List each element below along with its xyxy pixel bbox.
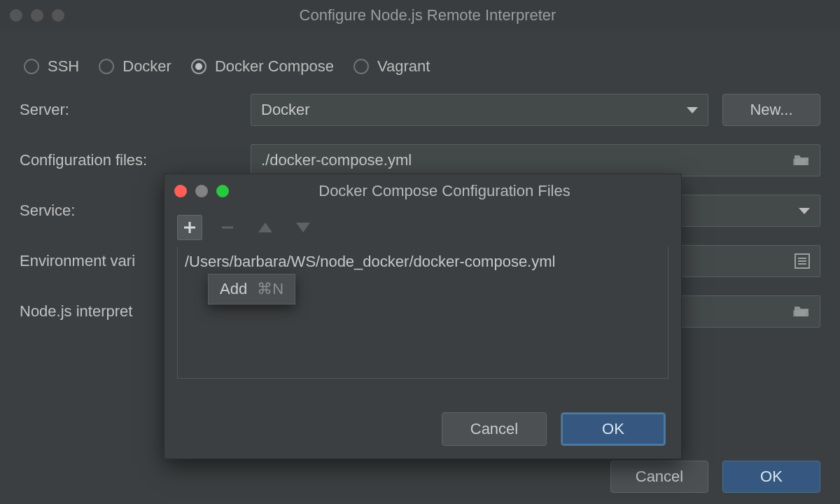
modal-ok-button[interactable]: OK — [561, 412, 666, 446]
list-item[interactable]: /Users/barbara/WS/node_docker/docker-com… — [185, 253, 661, 271]
radio-icon — [354, 59, 369, 74]
move-down-button[interactable] — [290, 215, 316, 240]
move-up-button[interactable] — [253, 215, 278, 240]
new-button-label: New... — [750, 101, 792, 119]
row-config-files: Configuration files: ./docker-compose.ym… — [20, 144, 820, 176]
add-button[interactable] — [177, 215, 202, 240]
chevron-down-icon — [799, 208, 810, 214]
interpreter-type-radios: SSH Docker Docker Compose Vagrant — [24, 57, 820, 76]
server-dropdown[interactable]: Docker — [251, 94, 708, 126]
radio-icon — [24, 59, 39, 74]
modal-cancel-button[interactable]: Cancel — [442, 412, 547, 446]
plus-icon — [183, 220, 197, 234]
server-value: Docker — [261, 101, 310, 119]
ok-button[interactable]: OK — [722, 461, 820, 493]
add-tooltip: Add ⌘N — [208, 274, 295, 304]
modal-title: Docker Compose Configuration Files — [218, 182, 671, 200]
config-files-dialog: Docker Compose Configuration Files /User… — [164, 174, 682, 459]
close-icon[interactable] — [174, 185, 187, 197]
list-icon[interactable] — [794, 253, 810, 269]
config-files-field[interactable]: ./docker-compose.yml — [251, 144, 820, 176]
config-files-value: ./docker-compose.yml — [261, 151, 412, 169]
radio-label: Docker — [122, 57, 172, 76]
ok-label: OK — [760, 468, 783, 486]
radio-docker[interactable]: Docker — [99, 57, 172, 76]
new-server-button[interactable]: New... — [722, 94, 820, 126]
minimize-icon[interactable] — [195, 185, 208, 197]
radio-vagrant[interactable]: Vagrant — [354, 57, 430, 76]
triangle-up-icon — [258, 223, 272, 232]
remove-button[interactable] — [215, 215, 240, 240]
radio-docker-compose[interactable]: Docker Compose — [191, 57, 334, 76]
tooltip-shortcut: ⌘N — [257, 280, 284, 298]
radio-label: Vagrant — [377, 57, 430, 76]
radio-icon — [99, 59, 114, 74]
modal-toolbar — [164, 208, 681, 244]
folder-open-icon[interactable] — [793, 304, 810, 318]
chevron-down-icon — [687, 107, 698, 113]
radio-label: SSH — [48, 57, 79, 76]
modal-footer: Cancel OK — [442, 412, 666, 446]
label-server: Server: — [20, 101, 251, 119]
window-title: Configure Node.js Remote Interpreter — [25, 6, 830, 24]
triangle-down-icon — [296, 223, 310, 232]
dialog-footer: Cancel OK — [610, 461, 820, 493]
modal-ok-label: OK — [602, 420, 624, 438]
radio-icon — [191, 59, 206, 74]
row-server: Server: Docker New... — [20, 94, 820, 126]
label-config-files: Configuration files: — [20, 151, 251, 169]
folder-open-icon[interactable] — [793, 153, 810, 167]
cancel-button[interactable]: Cancel — [610, 461, 708, 493]
modal-titlebar: Docker Compose Configuration Files — [164, 174, 681, 208]
minus-icon — [220, 220, 234, 234]
close-icon[interactable] — [10, 9, 22, 22]
radio-label: Docker Compose — [215, 57, 334, 76]
cancel-label: Cancel — [636, 468, 683, 486]
modal-cancel-label: Cancel — [470, 420, 518, 438]
tooltip-label: Add — [220, 280, 247, 298]
radio-ssh[interactable]: SSH — [24, 57, 79, 76]
file-list[interactable]: /Users/barbara/WS/node_docker/docker-com… — [177, 247, 668, 379]
titlebar: Configure Node.js Remote Interpreter — [0, 0, 840, 31]
